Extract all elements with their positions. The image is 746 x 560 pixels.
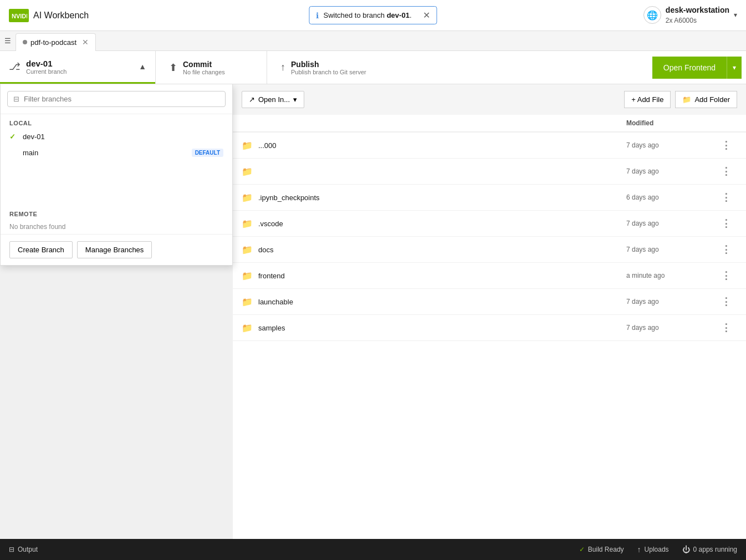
table-row[interactable]: 📁 docs 7 days ago ⋮: [233, 237, 746, 263]
add-folder-label: Add Folder: [694, 95, 730, 104]
file-toolbar: ↗ Open In... ▾ + Add File 📁 Add Folder: [233, 84, 746, 115]
table-row[interactable]: 📁 .vscode 7 days ago ⋮: [233, 211, 746, 237]
branch-section[interactable]: ⎇ dev-01 Current branch ▲: [0, 51, 155, 84]
filter-input-wrap: ⊟: [1, 84, 232, 114]
commit-icon: ⬆: [169, 62, 177, 74]
tab-pdf-to-podcast[interactable]: pdf-to-podcast ✕: [16, 33, 96, 51]
tab-dot: [23, 40, 27, 44]
file-modified: 7 days ago: [626, 298, 715, 306]
tab-list-icon[interactable]: ☰: [4, 37, 11, 45]
branch-name-main: main: [23, 149, 187, 157]
filter-input-container: ⊟: [7, 91, 226, 107]
workstation-area: 🌐 desk-workstation 2x A6000s ▾: [643, 5, 737, 25]
file-context-menu[interactable]: ⋮: [715, 243, 737, 256]
add-folder-button[interactable]: 📁 Add Folder: [675, 91, 737, 108]
col-modified: Modified: [626, 119, 715, 127]
commit-action[interactable]: ⬆ Commit No file changes: [156, 51, 267, 84]
open-frontend-area: Open Frontend ▾: [648, 51, 746, 84]
commit-title: Commit: [183, 60, 225, 69]
open-frontend-dropdown[interactable]: ▾: [727, 57, 742, 79]
commit-sub: No file changes: [183, 69, 225, 75]
file-modified: 7 days ago: [626, 220, 715, 227]
workstation-chevron[interactable]: ▾: [734, 11, 737, 19]
publish-icon: ↑: [280, 62, 285, 73]
branch-item-main[interactable]: main DEFAULT: [1, 145, 232, 161]
table-row[interactable]: 📁 samples 7 days ago ⋮: [233, 315, 746, 341]
file-name: ...000: [258, 141, 626, 150]
tab-close[interactable]: ✕: [82, 38, 89, 47]
file-list: Modified 📁 ...000 7 days ago ⋮ 📁 7 days …: [233, 115, 746, 341]
commit-info: Commit No file changes: [183, 60, 225, 75]
file-modified: 7 days ago: [626, 324, 715, 332]
file-context-menu[interactable]: ⋮: [715, 165, 737, 177]
file-context-menu[interactable]: ⋮: [715, 296, 737, 308]
folder-icon: 📁: [242, 140, 253, 151]
branch-item-dev01[interactable]: ✓ dev-01: [1, 129, 232, 145]
add-file-button[interactable]: + Add File: [624, 91, 671, 108]
action-bar: ⎇ dev-01 Current branch ▲ ⬆ Commit No fi…: [0, 51, 746, 84]
nvidia-logo: NVIDIA AI Workbench: [9, 9, 89, 22]
folder-icon: 📁: [242, 245, 253, 255]
table-row[interactable]: 📁 launchable 7 days ago ⋮: [233, 289, 746, 315]
branch-info: dev-01 Current branch: [26, 59, 133, 75]
file-name: docs: [258, 246, 626, 254]
open-in-icon: ↗: [249, 95, 255, 104]
globe-icon: 🌐: [643, 6, 661, 24]
open-in-button[interactable]: ↗ Open In... ▾: [242, 91, 304, 108]
file-context-menu[interactable]: ⋮: [715, 139, 737, 151]
remote-label: REMOTE: [1, 205, 232, 220]
main-container: ⊟ LOCAL ✓ dev-01 main DEFAULT REMOTE No …: [0, 84, 746, 539]
tabs-bar: ☰ pdf-to-podcast ✕: [0, 31, 746, 51]
publish-action[interactable]: ↑ Publish Publish branch to Git server: [267, 51, 380, 84]
table-row[interactable]: 📁 frontend a minute ago ⋮: [233, 263, 746, 289]
notification-close[interactable]: ✕: [423, 10, 430, 21]
folder-icon: 📁: [242, 271, 253, 281]
file-modified: 7 days ago: [626, 167, 715, 175]
open-frontend-button[interactable]: Open Frontend: [652, 57, 727, 79]
workstation-info: desk-workstation 2x A6000s: [666, 5, 729, 25]
folder-icon: 📁: [242, 166, 253, 177]
publish-title: Publish: [291, 60, 366, 69]
folder-icon: 📁: [242, 218, 253, 229]
notification-text: Switched to branch dev-01.: [323, 11, 411, 19]
file-rows-container: 📁 ...000 7 days ago ⋮ 📁 7 days ago ⋮ 📁 .…: [233, 133, 746, 341]
file-context-menu[interactable]: ⋮: [715, 217, 737, 230]
file-name: launchable: [258, 298, 626, 306]
file-context-menu[interactable]: ⋮: [715, 191, 737, 203]
file-context-menu[interactable]: ⋮: [715, 269, 737, 282]
table-row[interactable]: 📁 ...000 7 days ago ⋮: [233, 133, 746, 159]
folder-icon: 📁: [242, 323, 253, 333]
workstation-name: desk-workstation: [666, 5, 729, 16]
publish-sub: Publish branch to Git server: [291, 69, 366, 75]
branch-name: dev-01: [26, 59, 133, 68]
header: NVIDIA AI Workbench ℹ Switched to branch…: [0, 0, 746, 31]
workstation-sub: 2x A6000s: [666, 16, 729, 26]
create-branch-button[interactable]: Create Branch: [9, 241, 73, 258]
col-name: [242, 119, 626, 127]
folder-icon: 📁: [242, 192, 253, 203]
info-icon: ℹ: [316, 11, 319, 20]
file-modified: 6 days ago: [626, 194, 715, 201]
file-context-menu[interactable]: ⋮: [715, 322, 737, 334]
tab-label: pdf-to-podcast: [30, 38, 76, 47]
branch-check-dev01: ✓: [9, 133, 18, 141]
table-row[interactable]: 📁 7 days ago ⋮: [233, 159, 746, 185]
table-row[interactable]: 📁 .ipynb_checkpoints 6 days ago ⋮: [233, 185, 746, 211]
file-name: .vscode: [258, 220, 626, 228]
file-explorer: ↗ Open In... ▾ + Add File 📁 Add Folder M…: [233, 84, 746, 539]
file-list-header: Modified: [233, 115, 746, 133]
file-modified: a minute ago: [626, 272, 715, 279]
add-folder-icon: 📁: [682, 95, 691, 104]
folder-icon: 📁: [242, 297, 253, 307]
no-branches-text: No branches found: [1, 220, 232, 234]
manage-branches-button[interactable]: Manage Branches: [77, 241, 152, 258]
file-name: samples: [258, 324, 626, 332]
publish-info: Publish Publish branch to Git server: [291, 60, 366, 75]
svg-text:NVIDIA: NVIDIA: [12, 13, 27, 19]
branch-name-dev01: dev-01: [23, 133, 223, 141]
filter-branches-input[interactable]: [24, 95, 219, 103]
default-badge: DEFAULT: [192, 149, 223, 157]
file-modified: 7 days ago: [626, 246, 715, 253]
branch-dropdown: ⊟ LOCAL ✓ dev-01 main DEFAULT REMOTE No …: [0, 84, 233, 266]
file-modified: 7 days ago: [626, 141, 715, 149]
